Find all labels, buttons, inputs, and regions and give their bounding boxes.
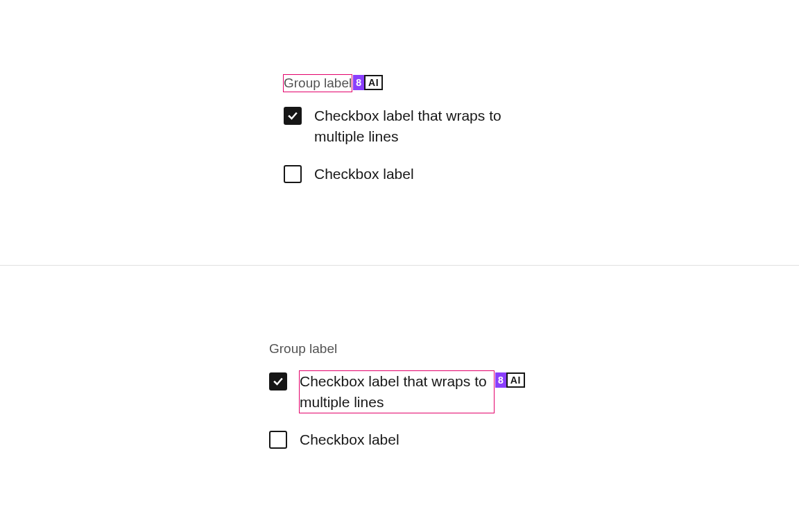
checkmark-icon [287,110,298,121]
checkbox-options: Checkbox label that wraps to multiple li… [269,371,519,450]
spec-annotation-tag: 8AI [353,75,383,90]
spec-panel-top: Group label8AI Checkbox label that wraps… [0,0,799,266]
checkbox-input-unchecked[interactable] [269,431,287,449]
ai-badge: AI [364,75,383,90]
checkbox-option: Checkbox label that wraps to multiple li… [269,371,519,413]
spec-panel-bottom: Group label Checkbox label that wraps to… [0,266,799,532]
spec-spacing-badge: 8 [495,372,506,388]
checkbox-input-unchecked[interactable] [284,165,302,183]
checkbox-group-legend: Group label [269,341,337,357]
checkbox-options: Checkbox label that wraps to multiple li… [284,105,533,185]
checkbox-label[interactable]: Checkbox label that wraps to multiple li… [300,371,494,413]
checkbox-input-checked[interactable] [269,372,287,391]
checkbox-option: Checkbox label [284,164,533,185]
checkbox-label[interactable]: Checkbox label that wraps to multiple li… [314,105,508,147]
checkmark-icon [273,376,284,387]
ai-badge: AI [506,372,525,388]
checkbox-group-2: Group label Checkbox label that wraps to… [269,341,519,467]
checkbox-label-wrap: Checkbox label that wraps to multiple li… [300,371,494,413]
checkbox-group-1: Group label8AI Checkbox label that wraps… [284,75,533,201]
checkbox-label[interactable]: Checkbox label [300,429,400,450]
checkbox-group-legend: Group label [284,75,352,92]
checkbox-option: Checkbox label [269,429,519,450]
checkbox-label[interactable]: Checkbox label [314,164,414,185]
checkbox-option: Checkbox label that wraps to multiple li… [284,105,533,147]
spec-annotation-tag: 8AI [495,372,525,388]
checkbox-input-checked[interactable] [284,107,302,125]
spec-spacing-badge: 8 [353,75,364,90]
